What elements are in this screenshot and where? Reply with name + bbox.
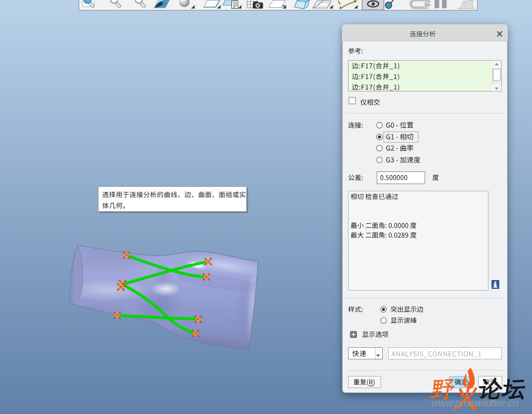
svg-text:www.proewildfire.cn: www.proewildfire.cn bbox=[431, 397, 518, 408]
